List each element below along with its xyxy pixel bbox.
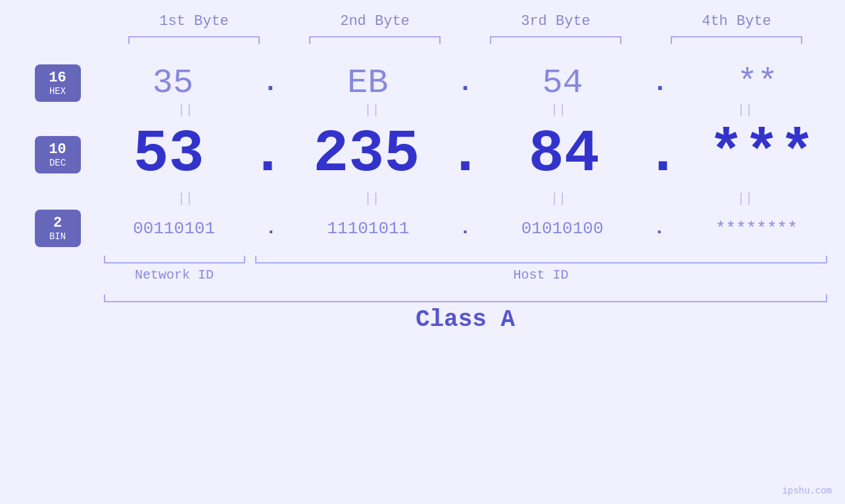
dec-dot-3: . xyxy=(645,121,681,188)
hex-badge: 16 HEX xyxy=(35,64,81,102)
class-bracket-container xyxy=(104,294,827,302)
byte3-header: 3rd Byte xyxy=(483,13,628,30)
bin-spacer: 2 BIN xyxy=(0,210,85,247)
dec-val-1: 53 xyxy=(133,121,205,188)
byte1-header: 1st Byte xyxy=(122,13,266,30)
eq1-4: || xyxy=(673,103,817,118)
hex-val-3: 54 xyxy=(542,64,583,103)
bin-val-3: 01010100 xyxy=(521,219,604,239)
byte-headers: 1st Byte 2nd Byte 3rd Byte 4th Byte xyxy=(104,13,827,30)
class-label-row: Class A xyxy=(104,306,827,333)
hex-byte2: EB xyxy=(295,64,440,103)
dec-row: 10 DEC 53 . 235 . 84 . *** xyxy=(0,118,845,191)
bin-byte1: 00110101 xyxy=(102,219,247,239)
host-id-bracket xyxy=(255,256,827,263)
bin-values: 00110101 . 11101011 . 01010100 . *******… xyxy=(85,218,845,239)
dec-number: 10 xyxy=(43,141,73,158)
hex-val-4: ** xyxy=(737,64,778,103)
hex-name: HEX xyxy=(43,86,73,97)
dec-byte3: 84 xyxy=(492,121,637,188)
bracket-byte1 xyxy=(128,36,260,44)
watermark: ipshu.com xyxy=(782,486,832,496)
equals-row-1: || || || || xyxy=(0,103,845,118)
dec-byte2: 235 xyxy=(294,121,439,188)
main-container: 1st Byte 2nd Byte 3rd Byte 4th Byte 16 H… xyxy=(0,0,845,504)
id-labels: Network ID Host ID xyxy=(104,267,827,283)
bracket-byte2 xyxy=(309,36,441,44)
bracket-byte3 xyxy=(490,36,621,44)
equals-row-2: || || || || xyxy=(0,191,845,206)
dec-dot-2: . xyxy=(447,121,483,188)
class-label: Class A xyxy=(416,306,515,333)
dec-spacer: 10 DEC xyxy=(0,136,85,173)
dec-name: DEC xyxy=(43,158,73,168)
dec-byte1: 53 xyxy=(97,121,241,188)
byte2-header: 2nd Byte xyxy=(302,13,447,30)
eq1-1: || xyxy=(113,103,258,118)
eq2-3: || xyxy=(486,191,631,206)
bin-val-2: 11101011 xyxy=(327,219,409,239)
bin-byte2: 11101011 xyxy=(296,219,441,239)
hex-dot-2: . xyxy=(457,68,473,98)
bin-val-1: 00110101 xyxy=(133,219,215,239)
host-id-label: Host ID xyxy=(255,267,827,283)
dec-val-3: 84 xyxy=(529,121,600,188)
hex-spacer: 16 HEX xyxy=(0,64,85,102)
bracket-byte4 xyxy=(671,36,802,44)
dec-label-container: 10 DEC xyxy=(0,136,85,173)
dec-val-4: *** xyxy=(708,121,815,188)
byte4-header: 4th Byte xyxy=(664,13,809,30)
eq2-4: || xyxy=(673,191,817,206)
eq2-2: || xyxy=(300,191,445,206)
bin-label-container: 2 BIN xyxy=(0,210,85,247)
bin-badge: 2 BIN xyxy=(35,210,81,247)
hex-val-2: EB xyxy=(347,64,388,103)
bin-row: 2 BIN 00110101 . 11101011 . 01010100 . *… xyxy=(0,206,845,250)
bottom-brackets xyxy=(104,256,827,263)
class-bracket xyxy=(104,294,827,302)
dec-byte4: *** xyxy=(689,121,834,188)
hex-number: 16 xyxy=(43,70,73,86)
bin-dot-3: . xyxy=(654,218,665,239)
bin-name: BIN xyxy=(43,231,73,242)
hex-row: 16 HEX 35 . EB . 54 . ** xyxy=(0,57,845,103)
eq1-3: || xyxy=(486,103,631,118)
eq-1-container: || || || || xyxy=(85,103,845,118)
dec-val-2: 235 xyxy=(313,121,420,188)
network-id-bracket xyxy=(104,256,245,263)
hex-dot-1: . xyxy=(262,68,278,98)
dec-badge: 10 DEC xyxy=(35,136,81,173)
bin-number: 2 xyxy=(43,215,73,231)
bin-dot-2: . xyxy=(460,218,471,239)
eq1-2: || xyxy=(300,103,445,118)
hex-dot-3: . xyxy=(652,68,668,98)
hex-byte3: 54 xyxy=(491,64,635,103)
hex-label-container: 16 HEX xyxy=(0,64,85,102)
bin-dot-1: . xyxy=(266,218,277,239)
hex-val-1: 35 xyxy=(153,64,193,103)
eq2-1: || xyxy=(113,191,258,206)
hex-byte4: ** xyxy=(685,64,830,103)
top-brackets xyxy=(104,36,827,44)
network-id-label: Network ID xyxy=(104,267,245,283)
dec-values: 53 . 235 . 84 . *** xyxy=(85,121,845,188)
hex-byte1: 35 xyxy=(101,64,245,103)
bin-val-4: ******** xyxy=(715,219,798,239)
hex-values: 35 . EB . 54 . ** xyxy=(85,64,845,103)
dec-dot-1: . xyxy=(250,121,285,188)
bin-byte4: ******** xyxy=(684,219,829,239)
bin-byte3: 01010100 xyxy=(490,219,635,239)
eq-2-container: || || || || xyxy=(85,191,845,206)
